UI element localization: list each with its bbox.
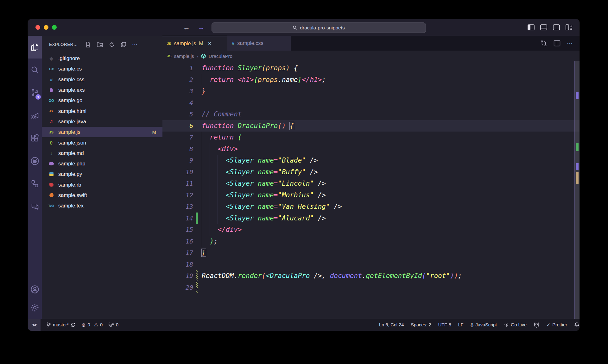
file-item-sample.tex[interactable]: TeXsample.tex (42, 201, 162, 211)
activity-github[interactable] (28, 150, 42, 172)
eol-sequence[interactable]: LF (458, 322, 464, 327)
tab-sample-css[interactable]: # sample.css (227, 36, 291, 51)
file-item-sample.py[interactable]: sample.py (42, 169, 162, 179)
tab-bar: JS sample.js M × # sample.css (162, 36, 580, 51)
code-line-11[interactable]: 11 <Slayer name="Lincoln" /> (162, 178, 580, 189)
warning-count: 0 (100, 322, 103, 327)
remote-icon: >< (32, 322, 36, 328)
split-editor-icon[interactable] (554, 40, 560, 46)
breadcrumb-symbol[interactable]: DraculaPro (209, 53, 232, 59)
code-line-1[interactable]: 1function Slayer(props) { (162, 62, 580, 74)
branch-status[interactable]: master* (46, 322, 76, 328)
code-line-2[interactable]: 2 return <h1>{props.name}</h1>; (162, 74, 580, 86)
close-tab-icon[interactable]: × (208, 40, 211, 47)
code-line-9[interactable]: 9 <Slayer name="Blade" /> (162, 155, 580, 166)
gutter-decoration (193, 62, 202, 74)
file-item-sample.json[interactable]: {}sample.json (42, 137, 162, 148)
code-line-6[interactable]: 6function DraculaPro() { (162, 120, 580, 132)
new-folder-icon[interactable] (97, 41, 103, 48)
code-line-8[interactable]: 8 <div> (162, 143, 580, 155)
prettier-status[interactable]: ✓ Prettier (547, 322, 567, 327)
toggle-panel-icon[interactable] (540, 24, 547, 30)
editor-more-actions-icon[interactable]: ⋯ (567, 40, 573, 47)
accounts-button[interactable] (28, 280, 42, 299)
file-item-sample.css[interactable]: #sample.css (42, 74, 162, 85)
activity-remote-explorer[interactable] (28, 172, 42, 195)
remote-indicator[interactable]: >< (28, 319, 41, 331)
breadcrumb-file[interactable]: sample.js (174, 53, 194, 59)
ports-status[interactable]: 0 (108, 322, 118, 327)
tab-label: sample.css (237, 40, 263, 46)
code-text: function Slayer(props) { (202, 64, 298, 72)
refresh-icon[interactable] (109, 41, 115, 48)
file-item-sample.java[interactable]: Jsample.java (42, 116, 162, 127)
file-item-sample.rb[interactable]: sample.rb (42, 180, 162, 190)
minimize-button[interactable] (44, 25, 48, 30)
modified-badge: M (152, 129, 156, 135)
code-line-16[interactable]: 16 ); (162, 236, 580, 247)
notifications-button[interactable] (574, 322, 580, 328)
file-item-sample.go[interactable]: GOsample.go (42, 95, 162, 106)
code-line-18[interactable]: 18 (162, 259, 580, 270)
customize-layout-icon[interactable] (566, 24, 573, 30)
zoom-button[interactable] (52, 25, 57, 30)
json-file-icon: {} (48, 141, 55, 145)
toggle-secondary-sidebar-icon[interactable] (553, 24, 560, 30)
code-line-20[interactable]: 20 (162, 282, 580, 293)
gutter-decoration (193, 108, 202, 120)
file-name: sample.php (58, 161, 85, 167)
back-arrow-icon[interactable]: ← (183, 23, 190, 32)
code-line-17[interactable]: 17} (162, 247, 580, 259)
activity-comments[interactable] (28, 195, 42, 218)
status-bar: >< master* ⊗ 0 ⚠ 0 (28, 319, 580, 331)
activity-explorer[interactable] (28, 36, 42, 59)
file-item-sample.html[interactable]: <>sample.html (42, 106, 162, 116)
encoding[interactable]: UTF-8 (438, 322, 451, 327)
problems-status[interactable]: ⊗ 0 ⚠ 0 (81, 322, 103, 328)
code-editor[interactable]: 1function Slayer(props) {2 return <h1>{p… (162, 61, 580, 319)
feedback-button[interactable] (534, 322, 540, 328)
code-line-12[interactable]: 12 <Slayer name="Morbius" /> (162, 189, 580, 201)
file-item-sample.cs[interactable]: C#sample.cs (42, 64, 162, 74)
file-item-sample.php[interactable]: sample.php (42, 158, 162, 169)
line-number: 5 (162, 110, 193, 118)
code-line-19[interactable]: 19ReactDOM.render(<DraculaPro />, docume… (162, 270, 580, 282)
editor-group: JS sample.js M × # sample.css (162, 36, 580, 319)
activity-extensions[interactable] (28, 127, 42, 150)
new-file-icon[interactable] (85, 41, 91, 48)
language-mode[interactable]: {} JavaScript (471, 322, 497, 327)
settings-button[interactable] (28, 299, 42, 317)
activity-search[interactable] (28, 59, 42, 81)
editor-scrollbar[interactable] (574, 61, 580, 319)
close-button[interactable] (35, 25, 40, 30)
tab-label: sample.js (174, 40, 196, 46)
file-item-.gitignore[interactable]: ◆.gitignore (42, 53, 162, 64)
indentation[interactable]: Spaces: 2 (411, 322, 431, 327)
more-actions-icon[interactable]: ⋯ (132, 41, 138, 48)
code-line-10[interactable]: 10 <Slayer name="Buffy" /> (162, 166, 580, 178)
file-item-sample.js[interactable]: JSsample.jsM (42, 127, 162, 137)
activity-source-control[interactable]: 1 (28, 81, 42, 104)
go-live-button[interactable]: Go Live (504, 322, 527, 327)
activity-run-debug[interactable] (28, 104, 42, 127)
code-line-4[interactable]: 4 (162, 97, 580, 109)
file-item-sample.md[interactable]: ↓sample.md (42, 148, 162, 158)
code-line-3[interactable]: 3} (162, 85, 580, 97)
toggle-sidebar-icon[interactable] (528, 24, 535, 30)
collapse-folders-icon[interactable] (120, 41, 127, 48)
forward-arrow-icon[interactable]: → (198, 23, 205, 32)
gutter-decoration (193, 236, 202, 247)
code-line-15[interactable]: 15 </div> (162, 224, 580, 236)
code-line-14[interactable]: 14 <Slayer name="Alucard" /> (162, 213, 580, 224)
code-line-5[interactable]: 5// Comment (162, 108, 580, 120)
command-center-search[interactable]: dracula-pro-snippets (212, 22, 426, 33)
gutter-decoration (193, 120, 202, 132)
file-item-sample.exs[interactable]: sample.exs (42, 85, 162, 95)
file-item-sample.swift[interactable]: sample.swift (42, 190, 162, 201)
cursor-position[interactable]: Ln 6, Col 24 (379, 322, 404, 327)
tab-sample-js[interactable]: JS sample.js M × (162, 36, 227, 51)
open-changes-icon[interactable] (540, 40, 547, 47)
code-line-7[interactable]: 7 return ( (162, 132, 580, 143)
file-name: sample.tex (58, 203, 84, 209)
code-line-13[interactable]: 13 <Slayer name="Van Helsing" /> (162, 201, 580, 213)
